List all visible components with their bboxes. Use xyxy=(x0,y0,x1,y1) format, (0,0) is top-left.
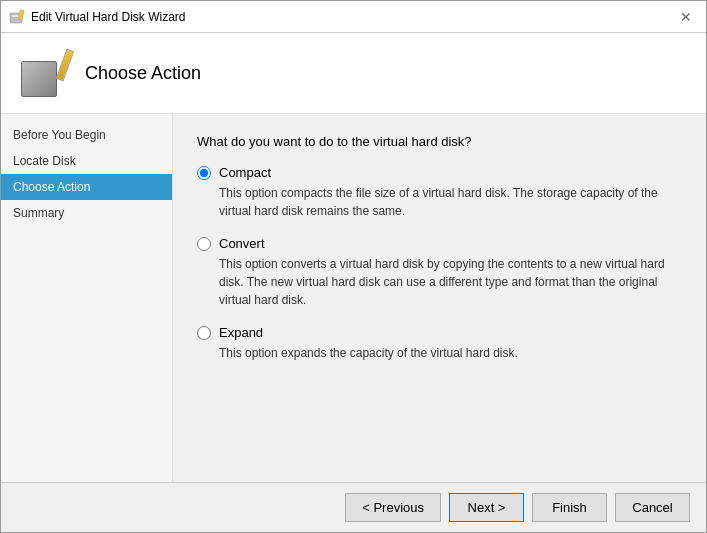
close-button[interactable]: ✕ xyxy=(674,5,698,29)
sidebar-item-choose-action[interactable]: Choose Action xyxy=(1,174,172,200)
disk-shape xyxy=(21,61,57,97)
option-convert-description: This option converts a virtual hard disk… xyxy=(219,255,682,309)
option-compact: Compact This option compacts the file si… xyxy=(197,165,682,220)
header-icon xyxy=(21,49,69,97)
wizard-header: Choose Action xyxy=(1,33,706,114)
option-expand-label[interactable]: Expand xyxy=(219,325,263,340)
sidebar: Before You Begin Locate Disk Choose Acti… xyxy=(1,114,173,482)
option-compact-label[interactable]: Compact xyxy=(219,165,271,180)
option-convert-label[interactable]: Convert xyxy=(219,236,265,251)
finish-button[interactable]: Finish xyxy=(532,493,607,522)
sidebar-item-locate-disk[interactable]: Locate Disk xyxy=(1,148,172,174)
next-button[interactable]: Next > xyxy=(449,493,524,522)
cancel-button[interactable]: Cancel xyxy=(615,493,690,522)
title-bar: Edit Virtual Hard Disk Wizard ✕ xyxy=(1,1,706,33)
header-title: Choose Action xyxy=(85,63,201,84)
option-group: Compact This option compacts the file si… xyxy=(197,165,682,362)
footer: < Previous Next > Finish Cancel xyxy=(1,482,706,532)
question-text: What do you want to do to the virtual ha… xyxy=(197,134,682,149)
sidebar-item-summary[interactable]: Summary xyxy=(1,200,172,226)
radio-expand[interactable] xyxy=(197,326,211,340)
window-icon xyxy=(9,9,25,25)
wizard-window: Edit Virtual Hard Disk Wizard ✕ Choose A… xyxy=(0,0,707,533)
option-expand-description: This option expands the capacity of the … xyxy=(219,344,682,362)
option-compact-row: Compact xyxy=(197,165,682,180)
window-title: Edit Virtual Hard Disk Wizard xyxy=(31,10,674,24)
option-compact-description: This option compacts the file size of a … xyxy=(219,184,682,220)
svg-rect-2 xyxy=(18,9,24,20)
radio-convert[interactable] xyxy=(197,237,211,251)
content-area: Before You Begin Locate Disk Choose Acti… xyxy=(1,114,706,482)
main-content: What do you want to do to the virtual ha… xyxy=(173,114,706,482)
option-expand: Expand This option expands the capacity … xyxy=(197,325,682,362)
radio-compact[interactable] xyxy=(197,166,211,180)
sidebar-item-before-you-begin[interactable]: Before You Begin xyxy=(1,122,172,148)
option-convert-row: Convert xyxy=(197,236,682,251)
option-convert: Convert This option converts a virtual h… xyxy=(197,236,682,309)
option-expand-row: Expand xyxy=(197,325,682,340)
previous-button[interactable]: < Previous xyxy=(345,493,441,522)
pencil-shape xyxy=(56,49,74,82)
